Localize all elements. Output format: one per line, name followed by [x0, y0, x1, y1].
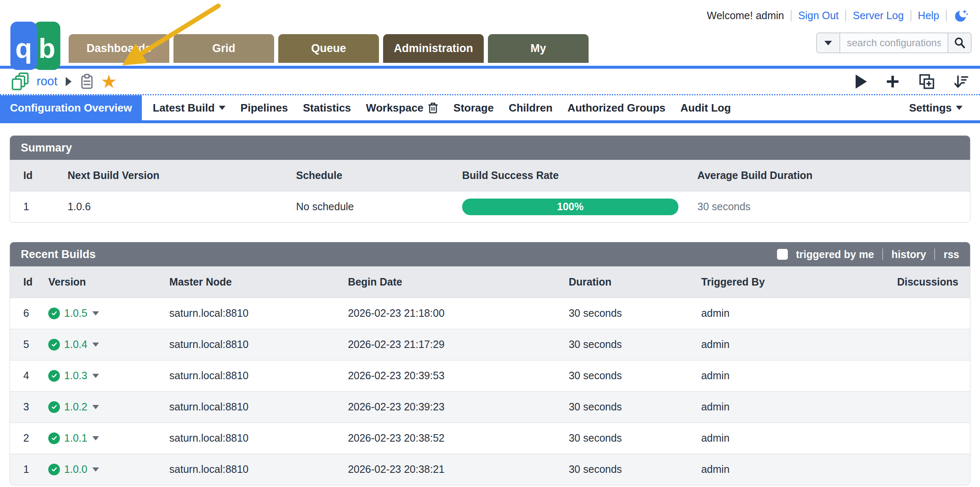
tab-authorized-groups[interactable]: Authorized Groups [560, 95, 673, 120]
dark-mode-moon-icon[interactable] [953, 7, 969, 23]
begin-date: 2026-02-23 20:38:52 [348, 422, 569, 454]
tab-settings[interactable]: Settings [901, 95, 970, 120]
build-id: 2 [10, 422, 48, 454]
build-version-cell: 1.0.5 [48, 298, 169, 329]
chevron-down-icon [824, 41, 832, 45]
success-check-icon [48, 432, 60, 444]
duration: 30 seconds [569, 360, 701, 391]
recent-builds-title: Recent Builds [21, 248, 96, 261]
divider [946, 10, 947, 21]
discussions-cell [831, 329, 970, 360]
breadcrumb-root-link[interactable]: root [37, 75, 57, 88]
divider [934, 248, 935, 260]
build-row: 4 1.0.3 saturn.local:8810 2026-02-23 20:… [10, 360, 970, 391]
summary-average-duration: 30 seconds [698, 191, 970, 222]
triggered-by: admin [701, 422, 831, 454]
server-log-link[interactable]: Server Log [853, 10, 903, 22]
triggered-by: admin [701, 454, 831, 485]
build-version-dropdown[interactable]: 1.0.0 [48, 463, 99, 475]
summary-success-rate-cell: 100% [462, 191, 697, 222]
tab-storage[interactable]: Storage [446, 95, 501, 120]
chevron-down-icon [92, 343, 99, 347]
column-header-build-success-rate: Build Success Rate [462, 160, 697, 191]
tab-configuration-overview[interactable]: Configuration Overview [0, 95, 142, 120]
success-check-icon [48, 339, 60, 350]
chevron-down-icon [92, 405, 99, 409]
chevron-down-icon [92, 436, 99, 440]
discussions-cell [831, 391, 970, 422]
nav-grid-button[interactable]: Grid [173, 34, 274, 63]
build-version-cell: 1.0.4 [48, 329, 169, 360]
chevron-down-icon [219, 106, 225, 110]
quickbuild-logo[interactable]: b q [10, 22, 60, 70]
master-node: saturn.local:8810 [169, 298, 348, 329]
summary-panel: Summary Id Next Build Version Schedule B… [10, 135, 970, 223]
app-header: Welcome! admin Sign Out Server Log Help … [0, 0, 980, 66]
breadcrumb: root ★ [0, 69, 980, 95]
build-version-dropdown[interactable]: 1.0.2 [48, 401, 99, 413]
tab-pipelines[interactable]: Pipelines [233, 95, 295, 120]
build-version-cell: 1.0.3 [48, 360, 169, 391]
utility-row: Welcome! admin Sign Out Server Log Help [707, 7, 969, 23]
build-version-dropdown[interactable]: 1.0.4 [48, 338, 99, 350]
build-version-dropdown[interactable]: 1.0.5 [48, 307, 99, 319]
nav-administration-button[interactable]: Administration [383, 34, 484, 63]
triggered-by-me-label[interactable]: triggered by me [796, 248, 874, 261]
nav-queue-button[interactable]: Queue [278, 34, 379, 63]
search-scope-dropdown[interactable] [817, 33, 840, 52]
master-node: saturn.local:8810 [169, 329, 348, 360]
sort-descending-icon[interactable] [953, 74, 969, 89]
chevron-down-icon [956, 106, 963, 110]
build-version-dropdown[interactable]: 1.0.3 [48, 370, 99, 382]
tab-latest-build[interactable]: Latest Build [145, 95, 233, 120]
success-check-icon [48, 401, 60, 413]
column-header-triggered-by: Triggered By [701, 266, 831, 298]
triggered-by: admin [701, 298, 831, 329]
history-link[interactable]: history [891, 248, 926, 261]
column-header-id: Id [10, 160, 67, 191]
trash-icon[interactable] [428, 102, 438, 114]
build-version-cell: 1.0.1 [48, 422, 169, 454]
discussions-cell [831, 422, 970, 454]
run-build-play-icon[interactable] [856, 75, 867, 89]
tab-audit-log[interactable]: Audit Log [673, 95, 738, 120]
build-version-dropdown[interactable]: 1.0.1 [48, 432, 99, 444]
build-version-cell: 1.0.2 [48, 391, 169, 422]
nav-dashboards-button[interactable]: Dashboards [69, 34, 169, 63]
column-header-master-node: Master Node [169, 266, 348, 298]
summary-panel-header: Summary [10, 136, 970, 160]
configurations-stack-icon[interactable] [11, 72, 30, 91]
recent-builds-table: Id Version Master Node Begin Date Durati… [10, 266, 970, 485]
favorite-star-icon[interactable]: ★ [101, 72, 117, 91]
chevron-down-icon [92, 467, 99, 472]
build-notes-clipboard-icon[interactable] [80, 73, 94, 90]
header-accent-bar [0, 66, 980, 69]
build-id: 6 [10, 298, 48, 329]
tab-workspace[interactable]: Workspace [359, 95, 446, 120]
add-plus-icon[interactable] [885, 74, 900, 89]
summary-row: 1 1.0.6 No schedule 100% 30 seconds [10, 191, 970, 222]
column-header-schedule: Schedule [296, 160, 462, 191]
tab-children[interactable]: Children [501, 95, 560, 120]
build-id: 4 [10, 360, 48, 391]
nav-my-button[interactable]: My [488, 34, 589, 63]
build-row: 1 1.0.0 saturn.local:8810 2026-02-23 20:… [10, 454, 970, 485]
breadcrumb-chevron-icon[interactable] [66, 77, 72, 86]
rss-link[interactable]: rss [943, 248, 959, 261]
help-link[interactable]: Help [918, 10, 939, 22]
build-id: 3 [10, 391, 48, 422]
master-node: saturn.local:8810 [169, 391, 348, 422]
triggered-by-me-checkbox[interactable] [777, 249, 788, 260]
main-content: Summary Id Next Build Version Schedule B… [0, 123, 980, 485]
build-row: 2 1.0.1 saturn.local:8810 2026-02-23 20:… [10, 422, 970, 454]
sign-out-link[interactable]: Sign Out [798, 10, 839, 22]
tab-statistics[interactable]: Statistics [295, 95, 359, 120]
search-input[interactable] [840, 33, 948, 52]
duration: 30 seconds [569, 329, 701, 360]
begin-date: 2026-02-23 21:18:00 [348, 298, 569, 329]
copy-configuration-icon[interactable] [918, 73, 935, 90]
duration: 30 seconds [569, 298, 701, 329]
summary-id: 1 [10, 191, 67, 222]
search-button[interactable] [948, 33, 971, 52]
build-version: 1.0.0 [64, 463, 87, 475]
